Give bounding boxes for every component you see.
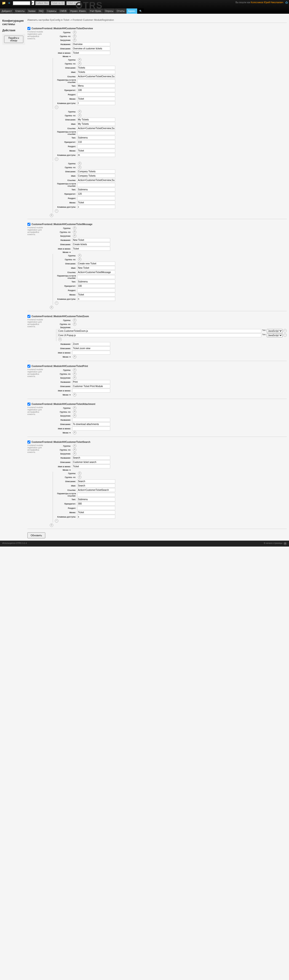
- setting-overview: CustomerFrontend::Module###CustomerTicke…: [27, 25, 287, 219]
- s2-enable[interactable]: [27, 223, 30, 226]
- add-icon[interactable]: +: [73, 30, 77, 34]
- nav-search-icon[interactable]: 🔍: [137, 8, 144, 14]
- add-icon[interactable]: +: [73, 38, 77, 42]
- nav-reports[interactable]: Отчеты: [115, 8, 126, 14]
- s1-nav[interactable]: [72, 51, 110, 55]
- footer: Используется OTRS 3.2.4 В начало страниц…: [0, 541, 289, 547]
- s6-enable[interactable]: [27, 441, 30, 444]
- setting-print: CustomerFrontend::Module###CustomerTicke…: [27, 363, 287, 399]
- nav-change[interactable]: Управл. Измен.: [69, 8, 88, 14]
- setting-attachment: CustomerFrontend::Module###CustomerTicke…: [27, 401, 287, 437]
- search-ticket-id[interactable]: [51, 1, 65, 5]
- search-dd[interactable]: [32, 1, 34, 5]
- s1-name[interactable]: [72, 42, 110, 46]
- nav-dashboard[interactable]: Дайджест: [0, 8, 14, 14]
- nav-admin[interactable]: Админ.: [126, 8, 137, 14]
- breadcrumb: Изменить настройки SysConfig in Ticket -…: [27, 19, 287, 23]
- setting-zoom: CustomerFrontend::Module###CustomerTicke…: [27, 313, 287, 361]
- nav-tickets[interactable]: Заявки: [27, 8, 37, 14]
- s1-enable[interactable]: [27, 27, 30, 30]
- nav-survey[interactable]: Опросы: [103, 8, 115, 14]
- topbar: 📁 ≡ ! 📞 OTRS Вы вошли как Колесников Юри…: [0, 0, 289, 14]
- nav-time[interactable]: Учет Врем.: [88, 8, 103, 14]
- sidebar: Конфигурация системы Действия Перейти к …: [2, 16, 25, 538]
- scroll-top-icon[interactable]: ▲: [284, 542, 287, 545]
- side-actions-title: Действия: [2, 29, 25, 32]
- add-icon[interactable]: +: [73, 35, 77, 38]
- setting-message: CustomerFrontend::Module###CustomerTicke…: [27, 221, 287, 311]
- list-icon[interactable]: ≡: [8, 1, 10, 5]
- nav-services[interactable]: Сервисы: [45, 8, 58, 14]
- s1-desc[interactable]: [72, 47, 110, 51]
- page-title: Конфигурация системы: [2, 19, 25, 26]
- setting-search: CustomerFrontend::Module###CustomerTicke…: [27, 439, 287, 529]
- search-fulltext[interactable]: [35, 1, 49, 5]
- submit-button[interactable]: Обновить: [27, 532, 45, 538]
- s4-enable[interactable]: [27, 365, 30, 368]
- nav-cmdb[interactable]: CMDB: [58, 8, 68, 14]
- folder-icon[interactable]: 📁: [2, 1, 6, 5]
- nav-faq[interactable]: FAQ: [37, 8, 45, 14]
- nav-customers[interactable]: Клиенты: [14, 8, 26, 14]
- goto-overview-button[interactable]: Перейти к обзору: [4, 36, 23, 43]
- logout-icon[interactable]: ⏻: [285, 1, 288, 4]
- s3-enable[interactable]: [27, 315, 30, 318]
- user-info: Вы вошли как Колесников Юрий Николаевич: [235, 1, 283, 4]
- remove-icon[interactable]: −: [55, 105, 58, 109]
- main-nav: ДайджестКлиентыЗаявкиFAQСервисыCMDBУправ…: [0, 8, 144, 14]
- user-link[interactable]: Колесников Юрий Николаевич: [251, 1, 283, 4]
- main: Изменить настройки SysConfig in Ticket -…: [27, 16, 287, 538]
- search-main[interactable]: [13, 1, 30, 5]
- s5-enable[interactable]: [27, 402, 30, 406]
- top-search: [13, 1, 81, 5]
